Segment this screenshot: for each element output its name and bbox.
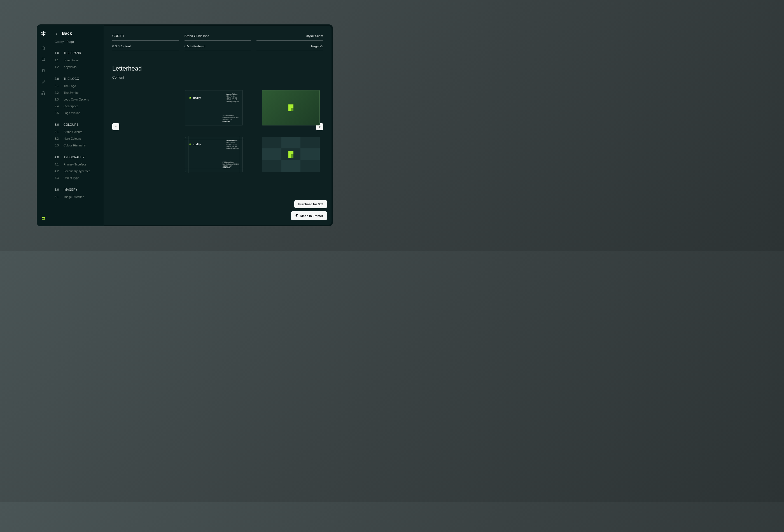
breadcrumb-current: Page xyxy=(66,40,74,44)
nav-item[interactable]: 2.3Logo Color Options xyxy=(55,98,99,101)
purchase-button[interactable]: Purchase for $69 xyxy=(294,200,327,208)
svg-rect-4 xyxy=(44,93,45,95)
app-window: Back Codify / Page 1.0THE BRAND1.1Brand … xyxy=(37,24,333,226)
section-subtitle: Content xyxy=(112,76,323,80)
nav-item[interactable]: 2.4Clearspace xyxy=(55,105,99,108)
prev-button[interactable] xyxy=(112,123,119,130)
back-button[interactable]: Back xyxy=(55,31,99,35)
nav-section-head[interactable]: 3.0COLOURS xyxy=(55,123,99,126)
cta-buttons: Purchase for $69 Made in Framer xyxy=(291,200,327,220)
back-label: Back xyxy=(62,31,72,35)
codify-mark-large-icon xyxy=(286,103,296,113)
codify-mark-icon xyxy=(189,143,192,146)
nav-item[interactable]: 3.3Colour Hierarchy xyxy=(55,144,99,147)
codify-mark-icon xyxy=(189,96,192,100)
svg-rect-3 xyxy=(42,93,43,95)
card-contact: Andrew Wiulson CEO Founder +61 404 132 4… xyxy=(226,140,239,149)
nav-section-head[interactable]: 5.0IMAGERY xyxy=(55,188,99,191)
search-icon[interactable] xyxy=(41,46,46,50)
header-brand: CODIFY xyxy=(112,34,179,40)
icon-rail xyxy=(37,25,50,226)
header-subsection: 6.5 Letterhead xyxy=(185,45,251,51)
framer-button[interactable]: Made in Framer xyxy=(291,211,327,220)
nav-item[interactable]: 5.1Image Direction xyxy=(55,195,99,198)
nav-section-head[interactable]: 2.0THE LOGO xyxy=(55,77,99,80)
nav-item[interactable]: 2.2The Symbol xyxy=(55,91,99,94)
card-address: 349 Edward Street North Melbourne VIC 30… xyxy=(223,161,239,169)
card-back-green xyxy=(262,90,320,125)
card-front-guides: Codify Andrew Wiulson CEO Founder +61 40… xyxy=(185,137,243,172)
card-back-grid xyxy=(262,137,320,172)
card-brand: Codify xyxy=(189,93,201,103)
header-page: Page 25 xyxy=(256,45,323,51)
nav-item[interactable]: 3.2Hero Colours xyxy=(55,137,99,140)
headphones-icon[interactable] xyxy=(41,91,46,95)
nav-section-head[interactable]: 1.0THE BRAND xyxy=(55,51,99,55)
breadcrumb-root: Codify / xyxy=(55,40,66,44)
card-address: 349 Edward Street North Melbourne VIC 30… xyxy=(223,115,239,122)
nav-item[interactable]: 4.2Secondary Typeface xyxy=(55,169,99,173)
nav-container: 1.0THE BRAND1.1Brand Goal1.2Keywords2.0T… xyxy=(55,51,99,207)
nav-item[interactable]: 3.1Brand Colours xyxy=(55,130,99,134)
edit-icon[interactable] xyxy=(41,80,46,84)
codify-mark-large-icon xyxy=(286,149,296,159)
card-brand: Codify xyxy=(189,140,201,149)
asterisk-logo-icon xyxy=(40,31,46,36)
breadcrumb: Codify / Page xyxy=(55,40,99,44)
card-contact: Andrew Wiulson CEO Founder +61 404 132 4… xyxy=(226,93,239,103)
svg-point-0 xyxy=(42,47,45,49)
header-section: 6.0 / Content xyxy=(112,45,179,51)
main-content: CODIFY Brand Guidelines stylokit.com 6.0… xyxy=(104,26,332,225)
card-front-dark: Codify Andrew Wiulson CEO Founder +61 40… xyxy=(185,90,243,125)
sidebar: Back Codify / Page 1.0THE BRAND1.1Brand … xyxy=(50,25,104,226)
cards-area: Codify Andrew Wiulson CEO Founder +61 40… xyxy=(112,87,323,185)
nav-item[interactable]: 2.5Logo misuse xyxy=(55,111,99,114)
nav-item[interactable]: 4.1Primary Typeface xyxy=(55,163,99,166)
mouse-icon[interactable] xyxy=(41,68,46,73)
section-title: Letterhead xyxy=(112,65,323,72)
framer-icon xyxy=(295,214,299,218)
s-logo-icon xyxy=(41,217,46,221)
chevron-left-icon xyxy=(55,32,58,35)
nav-section-head[interactable]: 4.0TYPOGRAPHY xyxy=(55,156,99,159)
book-icon[interactable] xyxy=(41,57,46,62)
nav-item[interactable]: 1.2Keywords xyxy=(55,65,99,68)
nav-item[interactable]: 2.1The Logo xyxy=(55,84,99,88)
nav-item[interactable]: 1.1Brand Goal xyxy=(55,58,99,62)
nav-item[interactable]: 4.3Use of Type xyxy=(55,176,99,179)
header-url: stylokit.com xyxy=(256,34,323,40)
header-title: Brand Guidelines xyxy=(185,34,251,40)
